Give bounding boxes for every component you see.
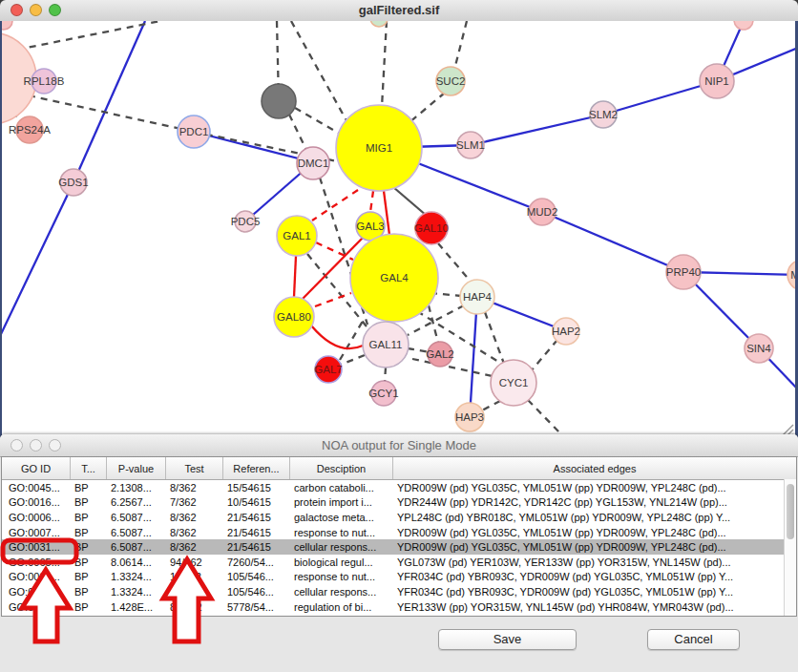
table-cell[interactable]: GO:0031... — [2, 586, 71, 598]
table-cell[interactable]: GO:0031... — [2, 571, 71, 582]
table-cell[interactable]: GO:0006... — [2, 512, 71, 523]
table-row[interactable]: GO:0031...BP1.3324...11/362105/546...cel… — [2, 584, 796, 599]
table-cell[interactable]: 105/546... — [223, 586, 290, 598]
table-cell[interactable]: YER133W (pp) YOR315W, YNL145W (pd) YHR08… — [393, 601, 796, 613]
table-cell[interactable]: GO:0045... — [2, 482, 71, 494]
graph-edge-dash[interactable] — [412, 359, 493, 376]
table-cell[interactable]: YGL073W (pd) YER103W, YER133W (pp) YOR31… — [393, 556, 796, 568]
graph-edge-dash[interactable] — [438, 243, 472, 283]
table-row[interactable]: GO:0031...BP1.3324...11/362105/546...res… — [2, 570, 796, 585]
column-header-desciption[interactable]: Desciption — [290, 457, 393, 479]
graph-edge-dash[interactable] — [528, 400, 563, 436]
table-cell[interactable]: GO:0050... — [2, 601, 71, 613]
table-cell[interactable]: YFR034C (pd) YBR093C, YDR009W (pd) YGL03… — [393, 586, 796, 598]
table-cell[interactable]: 21/54615 — [223, 527, 290, 538]
table-cell[interactable]: response to nut... — [290, 571, 393, 582]
cancel-button[interactable]: Cancel — [647, 629, 740, 650]
table-row[interactable]: GO:0031...BP6.5087...8/36221/54615cellul… — [2, 539, 796, 555]
table-cell[interactable]: 1.3324... — [107, 571, 166, 582]
graph-node[interactable] — [734, 21, 753, 30]
table-row[interactable]: GO:0006...BP6.5087...8/36221/54615galact… — [2, 510, 796, 525]
graph-edge-dash[interactable] — [340, 318, 365, 360]
table-cell[interactable]: 11/362 — [166, 586, 223, 598]
table-cell[interactable]: GO:0016... — [2, 496, 71, 508]
table-cell[interactable]: 1.3324... — [107, 586, 166, 598]
table-cell[interactable]: GO:0007... — [2, 527, 71, 538]
table-cell[interactable]: YDR244W (pp) YDR142C, YDR142C (pp) YGL15… — [393, 496, 796, 508]
table-cell[interactable]: 7260/54... — [223, 556, 290, 568]
table-cell[interactable]: BP — [71, 601, 107, 613]
table-row[interactable]: GO:0065...BP8.0614...94/3627260/54...bio… — [2, 555, 796, 570]
table-cell[interactable]: BP — [71, 496, 107, 508]
graph-edge-dash[interactable] — [482, 401, 500, 410]
table-cell[interactable]: 80/362 — [166, 601, 223, 613]
graph-edge-dash[interactable] — [29, 95, 194, 132]
table-cell[interactable]: biological regul... — [290, 556, 393, 568]
graph-edge-reddash[interactable] — [312, 190, 358, 220]
table-cell[interactable]: 8.0614... — [107, 556, 166, 568]
graph-edge-dash[interactable] — [485, 312, 504, 364]
table-cell[interactable]: GO:0065... — [2, 556, 71, 568]
table-cell[interactable]: 8/362 — [166, 541, 223, 553]
table-cell[interactable]: cellular respons... — [290, 541, 393, 553]
graph-edge-blue[interactable] — [470, 297, 477, 417]
graph-edge-blue[interactable] — [542, 212, 683, 272]
column-header-p-value[interactable]: P-value — [107, 457, 166, 479]
graph-node[interactable] — [2, 21, 12, 30]
graph-edge-dash[interactable] — [341, 355, 365, 365]
table-cell[interactable]: BP — [71, 571, 107, 582]
graph-edge-red[interactable] — [311, 326, 363, 348]
table-cell[interactable]: 105/546... — [223, 571, 290, 582]
graph-edge-dash[interactable] — [409, 93, 445, 123]
graph-edge-blue[interactable] — [471, 115, 603, 145]
table-cell[interactable]: BP — [71, 586, 107, 598]
table-cell[interactable]: YDR009W (pd) YGL035C, YML051W (pp) YDR00… — [393, 527, 796, 538]
table-cell[interactable]: galactose meta... — [290, 512, 393, 523]
table-row[interactable]: GO:0007...BP6.5087...8/36221/54615respon… — [2, 525, 796, 540]
table-cell[interactable]: response to nut... — [290, 527, 393, 538]
table-cell[interactable]: 8/362 — [166, 482, 223, 494]
graph-edge-blue[interactable] — [2, 182, 74, 336]
table-cell[interactable]: regulation of bi... — [290, 601, 393, 613]
graph-edge-dash[interactable] — [382, 21, 387, 107]
table-cell[interactable]: 6.5087... — [107, 512, 166, 523]
graph-edge-dash[interactable] — [453, 21, 467, 74]
table-cell[interactable]: protein import i... — [290, 496, 393, 508]
table-cell[interactable]: 6.5087... — [107, 527, 166, 538]
table-row[interactable]: GO:0045...BP2.1308...8/36215/54615carbon… — [2, 480, 796, 495]
network-canvas[interactable]: RPL18BRPS24AGDS1PDC1DMC1PDC5MIG1SUC2SLM1… — [0, 21, 798, 439]
table-row[interactable]: GO:0016...BP6.2567...7/36210/54615protei… — [2, 495, 796, 511]
table-cell[interactable]: 1.428E... — [107, 601, 166, 613]
column-header-test[interactable]: Test — [166, 457, 223, 479]
table-cell[interactable]: 21/54615 — [223, 541, 290, 553]
table-cell[interactable]: BP — [71, 541, 107, 553]
table-cell[interactable]: YFR034C (pd) YBR093C, YDR009W (pd) YGL03… — [393, 571, 796, 582]
graph-edge-blue[interactable] — [74, 21, 145, 182]
graph-edge-red[interactable] — [294, 256, 296, 297]
table-cell[interactable]: 2.1308... — [107, 482, 166, 494]
table-cell[interactable]: YDR009W (pd) YGL035C, YML051W (pp) YDR00… — [393, 541, 796, 553]
table-cell[interactable]: 11/362 — [166, 571, 223, 582]
graph-edge-dash[interactable] — [385, 368, 386, 382]
column-header-associated-edges[interactable]: Associated edges — [393, 457, 796, 479]
table-cell[interactable]: BP — [71, 556, 107, 568]
table-cell[interactable]: YPL248C (pd) YBR018C, YML051W (pp) YDR00… — [393, 512, 796, 523]
graph-edge-reddash[interactable] — [370, 191, 373, 212]
column-header-referen-[interactable]: Referen... — [223, 457, 290, 479]
graph-edge-reddash[interactable] — [316, 242, 353, 260]
column-header-t-[interactable]: T... — [71, 457, 107, 479]
table-cell[interactable]: 6.2567... — [107, 496, 166, 508]
graph-node[interactable] — [370, 21, 388, 27]
graph-edge-dash[interactable] — [295, 108, 340, 134]
graph-edge-gray[interactable] — [393, 187, 427, 216]
table-cell[interactable]: 5778/54... — [223, 601, 290, 613]
table-cell[interactable]: 94/362 — [166, 556, 223, 568]
table-cell[interactable]: GO:0031... — [2, 541, 71, 553]
table-row[interactable]: GO:0050...BP1.428E...80/3625778/54...reg… — [2, 599, 796, 615]
table-cell[interactable]: 8/362 — [166, 512, 223, 523]
table-cell[interactable]: BP — [71, 482, 107, 494]
table-cell[interactable]: 7/362 — [166, 496, 223, 508]
table-cell[interactable]: 15/54615 — [223, 482, 290, 494]
table-cell[interactable]: 10/54615 — [223, 496, 290, 508]
column-header-go-id[interactable]: GO ID — [2, 457, 71, 479]
